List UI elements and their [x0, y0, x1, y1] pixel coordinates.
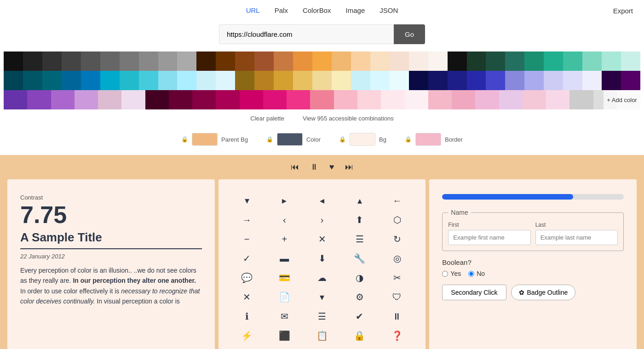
swatch[interactable]: [467, 71, 486, 90]
swatch[interactable]: [139, 51, 158, 71]
swatch[interactable]: [139, 71, 158, 90]
radio-yes[interactable]: Yes: [442, 270, 461, 277]
icon-item[interactable]: ◎: [391, 252, 403, 265]
swatch[interactable]: [100, 71, 120, 90]
icon-item[interactable]: ‹: [278, 213, 291, 226]
swatch[interactable]: [254, 71, 274, 90]
swatch[interactable]: [240, 90, 263, 109]
badge-outline-button[interactable]: ✿ Badge Outline: [511, 285, 576, 300]
add-color-button[interactable]: + Add color: [604, 90, 640, 109]
heart-icon[interactable]: ♥: [329, 162, 334, 172]
swatch[interactable]: [602, 51, 621, 71]
icon-item[interactable]: ▴: [353, 194, 366, 207]
swatch[interactable]: [332, 51, 351, 71]
icon-item[interactable]: 🔧: [353, 252, 366, 265]
swatch[interactable]: [332, 71, 351, 90]
swatch[interactable]: [23, 71, 42, 90]
swatch[interactable]: [4, 71, 23, 90]
tab-colorbox[interactable]: ColorBox: [303, 6, 331, 14]
swatch[interactable]: [310, 90, 334, 109]
swatch[interactable]: [381, 90, 404, 109]
swatch[interactable]: [145, 90, 169, 109]
tab-palx[interactable]: Palx: [275, 6, 288, 14]
radio-no-input[interactable]: [468, 271, 474, 277]
icon-item[interactable]: ⬇: [316, 252, 328, 265]
icon-item[interactable]: ⚙: [353, 291, 366, 303]
swatch[interactable]: [452, 90, 475, 109]
icon-item[interactable]: ❓: [391, 329, 403, 342]
swatch[interactable]: [4, 90, 27, 109]
tab-image[interactable]: Image: [346, 6, 365, 14]
swatch[interactable]: [428, 71, 448, 90]
icon-item[interactable]: ▾: [241, 194, 253, 207]
icon-item[interactable]: 🔒: [353, 329, 366, 342]
swatch[interactable]: [42, 71, 62, 90]
pause-icon[interactable]: ⏸: [310, 162, 318, 172]
swatch[interactable]: [390, 51, 409, 71]
icon-item[interactable]: ▬: [278, 252, 291, 265]
swatch[interactable]: [196, 71, 216, 90]
clear-palette-btn[interactable]: Clear palette: [250, 115, 284, 122]
icon-item[interactable]: ▾: [316, 291, 328, 303]
swatch[interactable]: [621, 51, 640, 71]
swatch[interactable]: [357, 90, 381, 109]
swatch[interactable]: [120, 71, 139, 90]
icon-item[interactable]: ✉: [278, 310, 291, 323]
swatch[interactable]: [216, 71, 235, 90]
swatch[interactable]: [370, 51, 390, 71]
swatch[interactable]: [62, 51, 81, 71]
swatch[interactable]: [546, 90, 569, 109]
swatch[interactable]: [448, 71, 467, 90]
swatch[interactable]: [621, 71, 640, 90]
swatch[interactable]: [312, 71, 332, 90]
export-button[interactable]: Export: [613, 6, 633, 14]
swatch[interactable]: [523, 90, 546, 109]
swatch[interactable]: [448, 51, 467, 71]
swatch[interactable]: [216, 51, 235, 71]
bg-swatch[interactable]: [350, 133, 375, 146]
swatch[interactable]: [287, 90, 310, 109]
swatch[interactable]: [351, 51, 370, 71]
icon-item[interactable]: ✕: [241, 291, 253, 303]
swatch[interactable]: [177, 51, 196, 71]
icon-item[interactable]: 🛡: [391, 291, 403, 303]
swatch[interactable]: [544, 71, 563, 90]
icon-item[interactable]: ←: [391, 194, 403, 207]
swatch[interactable]: [177, 71, 196, 90]
swatch[interactable]: [235, 71, 254, 90]
icon-item[interactable]: ◑: [353, 271, 366, 284]
icon-item[interactable]: ↻: [391, 233, 403, 246]
swatch[interactable]: [293, 71, 312, 90]
icon-item[interactable]: ☰: [316, 310, 328, 323]
swatch[interactable]: [62, 71, 81, 90]
icon-item[interactable]: +: [278, 233, 291, 246]
last-name-input[interactable]: [535, 230, 618, 245]
swatch[interactable]: [582, 71, 602, 90]
icon-item[interactable]: ℹ: [241, 310, 253, 323]
icon-item[interactable]: →: [241, 213, 253, 226]
swatch[interactable]: [75, 90, 98, 109]
swatch[interactable]: [169, 90, 192, 109]
icon-item[interactable]: ›: [316, 213, 328, 226]
icon-item[interactable]: 📄: [278, 291, 291, 303]
swatch[interactable]: [263, 90, 287, 109]
icon-item[interactable]: −: [241, 233, 253, 246]
swatch[interactable]: [405, 90, 428, 109]
swatch[interactable]: [274, 71, 293, 90]
swatch[interactable]: [27, 90, 51, 109]
swatch[interactable]: [569, 90, 593, 109]
icon-item[interactable]: ⏸: [391, 310, 403, 323]
icon-item[interactable]: 💳: [278, 271, 291, 284]
swatch[interactable]: [98, 90, 121, 109]
url-input[interactable]: [219, 24, 394, 44]
swatch[interactable]: [23, 51, 42, 71]
swatch[interactable]: [351, 71, 370, 90]
icon-item[interactable]: ✔: [353, 310, 366, 323]
radio-yes-input[interactable]: [442, 271, 448, 277]
icon-item[interactable]: 📋: [316, 329, 328, 342]
swatch[interactable]: [524, 71, 544, 90]
swatch[interactable]: [81, 71, 100, 90]
swatch[interactable]: [486, 71, 505, 90]
first-name-input[interactable]: [448, 230, 530, 245]
swatch[interactable]: [370, 71, 390, 90]
